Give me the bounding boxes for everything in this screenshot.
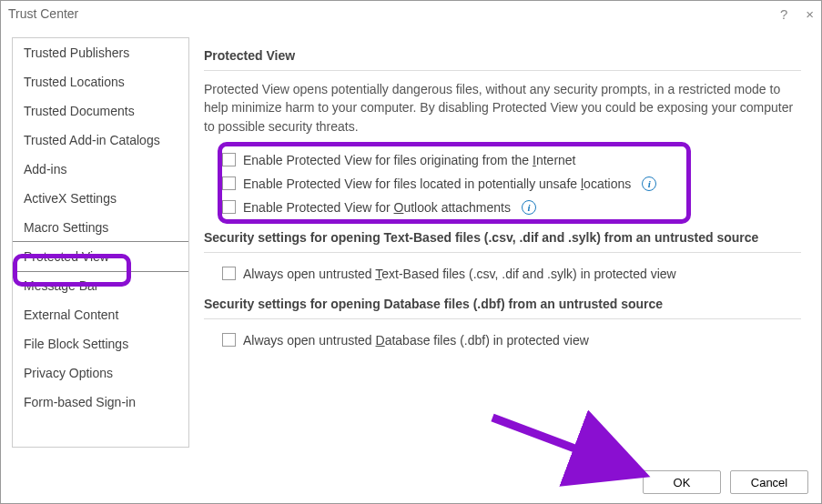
checkbox-icon[interactable] (222, 176, 236, 190)
section-header-text-files: Security settings for opening Text-Based… (204, 230, 801, 253)
checkbox-pv-outlook[interactable]: Enable Protected View for Outlook attach… (215, 196, 801, 219)
window-title: Trust Center (8, 6, 780, 21)
checkbox-icon[interactable] (222, 200, 236, 214)
button-bar: OK Cancel (643, 470, 808, 494)
sidebar-item-trusted-addin-catalogs[interactable]: Trusted Add-in Catalogs (13, 126, 188, 155)
checkbox-pv-internet[interactable]: Enable Protected View for files originat… (215, 148, 801, 172)
checkbox-icon[interactable] (222, 153, 236, 166)
close-icon[interactable]: × (806, 6, 814, 22)
checkbox-pv-unsafe-locations[interactable]: Enable Protected View for files located … (215, 172, 801, 196)
sidebar-item-form-based-signin[interactable]: Form-based Sign-in (13, 388, 188, 417)
sidebar-item-trusted-documents[interactable]: Trusted Documents (13, 96, 188, 126)
sidebar-item-trusted-publishers[interactable]: Trusted Publishers (13, 38, 188, 67)
help-icon[interactable]: ? (780, 6, 787, 22)
checkbox-database-files[interactable]: Always open untrusted Database files (.d… (215, 328, 801, 352)
checkbox-icon[interactable] (222, 333, 236, 347)
checkbox-icon[interactable] (222, 267, 236, 280)
section-header-database-files: Security settings for opening Database f… (204, 297, 801, 319)
sidebar-item-file-block-settings[interactable]: File Block Settings (13, 329, 188, 358)
titlebar: Trust Center ? × (1, 1, 821, 26)
sidebar: Trusted Publishers Trusted Locations Tru… (12, 37, 189, 448)
checkbox-label: Enable Protected View for files originat… (243, 153, 576, 167)
checkbox-text-files[interactable]: Always open untrusted Text-Based files (… (215, 262, 801, 286)
sidebar-item-trusted-locations[interactable]: Trusted Locations (13, 67, 188, 96)
titlebar-controls: ? × (780, 6, 814, 22)
checkbox-label: Enable Protected View for files located … (243, 176, 631, 191)
sidebar-item-addins[interactable]: Add-ins (13, 155, 188, 184)
info-icon[interactable]: i (522, 200, 536, 215)
info-icon[interactable]: i (642, 176, 656, 191)
sidebar-item-privacy-options[interactable]: Privacy Options (13, 358, 188, 388)
ok-button[interactable]: OK (643, 470, 721, 494)
sidebar-item-message-bar[interactable]: Message Bar (13, 271, 188, 300)
content-area: Trusted Publishers Trusted Locations Tru… (1, 26, 821, 459)
cancel-button[interactable]: Cancel (730, 470, 808, 494)
checkbox-label: Always open untrusted Database files (.d… (243, 333, 589, 348)
main-panel: Protected View Protected View opens pote… (204, 37, 810, 448)
protected-view-description: Protected View opens potentially dangero… (204, 80, 801, 136)
section-header-protected-view: Protected View (204, 48, 801, 71)
sidebar-item-macro-settings[interactable]: Macro Settings (13, 213, 188, 242)
sidebar-item-activex-settings[interactable]: ActiveX Settings (13, 184, 188, 213)
sidebar-item-protected-view[interactable]: Protected View (12, 241, 189, 272)
checkbox-label: Enable Protected View for Outlook attach… (243, 200, 511, 215)
checkbox-label: Always open untrusted Text-Based files (… (243, 267, 676, 281)
sidebar-item-external-content[interactable]: External Content (13, 300, 188, 329)
